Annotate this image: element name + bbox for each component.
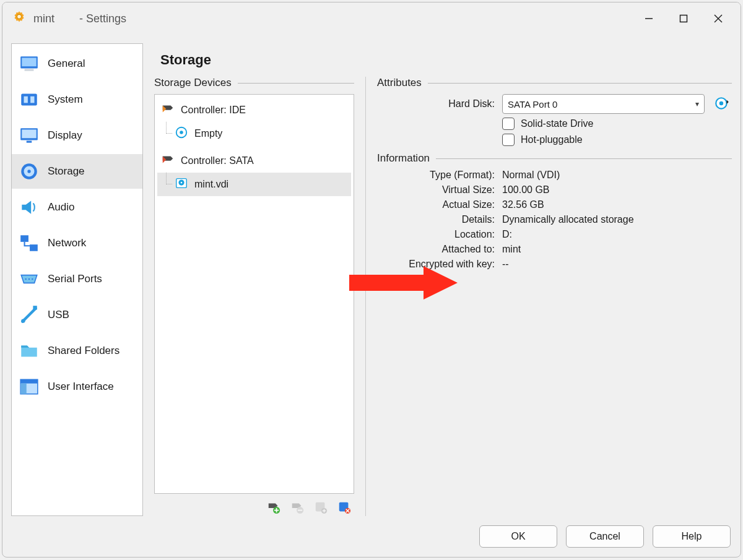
add-attachment-button[interactable] [312,499,329,516]
sidebar-item-label: System [48,93,83,106]
svg-point-21 [32,278,33,280]
close-button[interactable] [701,6,736,31]
window-title-right: - Settings [79,12,126,25]
sidebar-item-label: Audio [48,201,74,213]
remove-controller-button[interactable] [289,499,306,516]
attributes-header: Attributes [377,77,422,89]
cancel-button[interactable]: Cancel [566,525,644,548]
info-attached-label: Attached to: [377,244,495,255]
add-controller-button[interactable] [265,499,282,516]
svg-rect-6 [22,58,36,66]
speaker-icon [18,196,40,218]
tree-item-label: Empty [194,128,222,139]
svg-rect-12 [22,129,36,138]
remove-attachment-button[interactable] [336,499,353,516]
sidebar-item-label: Network [48,237,86,249]
info-details-value: Dynamically allocated storage [502,214,634,225]
svg-rect-10 [30,97,34,103]
hotplug-checkbox[interactable] [502,134,515,146]
titlebar: mint - Settings [2,2,741,35]
sidebar-item-general[interactable]: General [12,46,142,81]
sidebar-item-label: USB [48,309,69,321]
usb-icon [18,304,40,326]
controller-ide[interactable]: Controller: IDE [157,98,351,122]
info-encrypted-value: -- [502,259,509,270]
sidebar-item-label: Storage [48,165,85,178]
info-attached-value: mint [502,244,521,255]
sidebar-item-label: User Interface [48,381,114,393]
chip-icon [18,88,40,111]
body: General System Display Storage [2,35,741,522]
controller-icon [161,102,175,118]
sidebar-item-usb[interactable]: USB [12,298,142,332]
hard-disk-row: Hard Disk: SATA Port 0 ▾ [377,94,732,114]
hard-disk-label: Hard Disk: [377,98,495,110]
storage-devices-column: Storage Devices Controller: IDE [154,77,366,516]
monitor-icon [18,53,40,75]
svg-rect-23 [33,306,37,309]
sidebar-item-serial-ports[interactable]: Serial Ports [12,262,142,296]
info-asize-value: 32.56 GB [502,199,544,210]
sidebar-item-display[interactable]: Display [12,118,142,153]
storage-devices-header: Storage Devices [154,77,232,89]
hotplug-row: Hot-pluggable [377,134,732,146]
sidebar-item-label: Serial Ports [48,273,102,285]
ssd-checkbox[interactable] [502,118,515,130]
help-button[interactable]: Help [653,525,731,548]
sidebar-item-label: Shared Folders [48,345,119,357]
divider [238,83,354,84]
svg-point-0 [17,14,22,19]
storage-toolbar [154,494,354,516]
ide-child-empty[interactable]: Empty [157,122,351,145]
minimize-button[interactable] [632,6,666,31]
tree-connector [166,122,172,134]
main-panel: Storage Storage Devices Cont [154,43,732,516]
info-vsize-label: Virtual Size: [377,184,495,196]
info-asize-label: Actual Size: [377,199,495,210]
svg-rect-7 [25,69,34,71]
choose-disk-button[interactable] [712,94,732,114]
sidebar-item-audio[interactable]: Audio [12,190,142,225]
svg-rect-18 [30,244,38,251]
sidebar-item-shared-folders[interactable]: Shared Folders [12,334,142,368]
info-vsize-value: 100.00 GB [502,184,550,196]
svg-rect-13 [27,141,32,143]
maximize-button[interactable] [666,6,701,31]
svg-rect-2 [680,15,687,22]
ssd-label: Solid-state Drive [521,118,593,129]
chevron-down-icon: ▾ [695,100,699,108]
hard-disk-select[interactable]: SATA Port 0 ▾ [502,94,705,114]
cancel-label: Cancel [589,531,620,542]
storage-tree[interactable]: Controller: IDE Empty [154,94,354,494]
attributes-column: Attributes Hard Disk: SATA Port 0 ▾ [366,77,732,516]
info-type-label: Type (Format): [377,170,495,181]
info-details-label: Details: [377,214,495,225]
info-encrypted-label: Encrypted with key: [377,259,495,270]
controller-icon [161,153,175,169]
svg-point-16 [27,170,30,173]
folder-icon [18,340,40,362]
sidebar-item-network[interactable]: Network [12,226,142,261]
controller-sata[interactable]: Controller: SATA [157,149,351,173]
svg-point-28 [180,131,183,134]
layout-icon [18,376,40,398]
svg-point-31 [181,182,183,184]
ok-button[interactable]: OK [479,525,557,548]
sata-child-vdi[interactable]: mint.vdi [157,173,351,196]
info-location-label: Location: [377,229,495,240]
page-title: Storage [160,52,732,68]
controller-label: Controller: SATA [181,155,254,166]
svg-point-19 [25,278,27,280]
sidebar-item-storage[interactable]: Storage [12,154,142,189]
sidebar-item-system[interactable]: System [12,82,142,117]
hotplug-label: Hot-pluggable [521,134,583,145]
svg-rect-8 [21,93,37,105]
ok-label: OK [511,531,525,542]
divider [436,158,732,159]
info-type-value: Normal (VDI) [502,170,560,181]
hard-disk-icon [175,176,188,192]
disk-icon [18,160,40,183]
sidebar-item-user-interface[interactable]: User Interface [12,369,142,404]
serial-port-icon [18,268,40,290]
network-icon [18,232,40,254]
